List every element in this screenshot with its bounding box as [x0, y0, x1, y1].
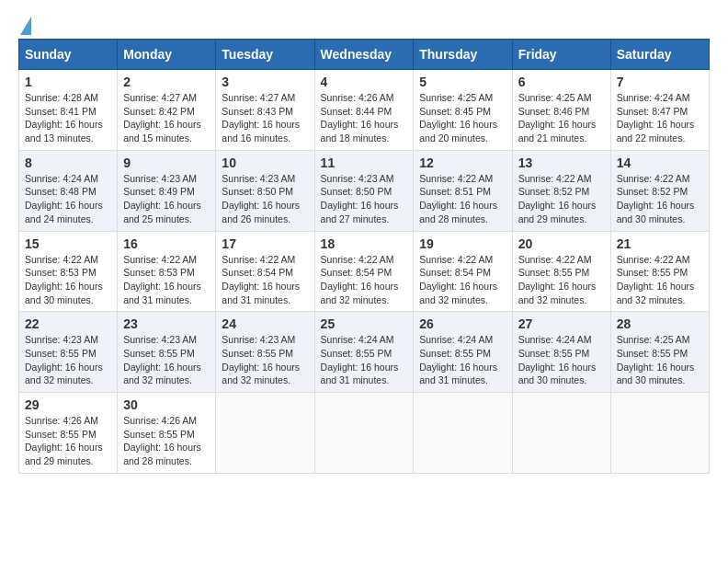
day-info: Sunrise: 4:28 AMSunset: 8:41 PMDaylight:…	[25, 92, 103, 144]
calendar-cell-day-20: 20 Sunrise: 4:22 AMSunset: 8:55 PMDaylig…	[512, 231, 610, 312]
day-info: Sunrise: 4:22 AMSunset: 8:55 PMDaylight:…	[518, 254, 597, 305]
calendar-header-friday: Friday	[512, 40, 610, 70]
calendar-cell-empty	[512, 393, 610, 474]
day-info: Sunrise: 4:27 AMSunset: 8:43 PMDaylight:…	[222, 92, 300, 144]
day-info: Sunrise: 4:26 AMSunset: 8:44 PMDaylight:…	[321, 92, 399, 144]
day-info: Sunrise: 4:22 AMSunset: 8:52 PMDaylight:…	[617, 173, 695, 224]
day-number: 16	[123, 236, 210, 251]
calendar-cell-day-26: 26 Sunrise: 4:24 AMSunset: 8:55 PMDaylig…	[414, 312, 512, 393]
day-number: 13	[518, 155, 605, 170]
calendar-row-week-1: 1 Sunrise: 4:28 AMSunset: 8:41 PMDayligh…	[19, 70, 710, 151]
day-number: 19	[419, 236, 506, 251]
day-number: 27	[518, 316, 605, 331]
day-info: Sunrise: 4:25 AMSunset: 8:55 PMDaylight:…	[617, 334, 695, 385]
day-number: 8	[25, 155, 111, 170]
day-info: Sunrise: 4:22 AMSunset: 8:52 PMDaylight:…	[518, 173, 597, 224]
day-info: Sunrise: 4:24 AMSunset: 8:55 PMDaylight:…	[419, 334, 497, 385]
calendar-cell-day-22: 22 Sunrise: 4:23 AMSunset: 8:55 PMDaylig…	[19, 312, 118, 393]
calendar-header-sunday: Sunday	[19, 40, 118, 70]
day-number: 23	[123, 316, 210, 331]
calendar-cell-day-4: 4 Sunrise: 4:26 AMSunset: 8:44 PMDayligh…	[314, 70, 414, 151]
day-number: 4	[321, 75, 408, 89]
day-number: 30	[123, 397, 210, 412]
day-info: Sunrise: 4:22 AMSunset: 8:51 PMDaylight:…	[419, 173, 497, 224]
calendar-cell-day-18: 18 Sunrise: 4:22 AMSunset: 8:54 PMDaylig…	[314, 231, 414, 312]
day-number: 17	[222, 236, 308, 251]
day-info: Sunrise: 4:26 AMSunset: 8:55 PMDaylight:…	[25, 415, 103, 466]
day-info: Sunrise: 4:22 AMSunset: 8:54 PMDaylight:…	[321, 254, 399, 305]
day-info: Sunrise: 4:27 AMSunset: 8:42 PMDaylight:…	[123, 92, 201, 144]
day-number: 14	[617, 155, 703, 170]
day-info: Sunrise: 4:24 AMSunset: 8:48 PMDaylight:…	[25, 173, 103, 224]
calendar-cell-day-9: 9 Sunrise: 4:23 AMSunset: 8:49 PMDayligh…	[118, 150, 216, 231]
day-number: 6	[518, 75, 605, 89]
calendar-cell-day-1: 1 Sunrise: 4:28 AMSunset: 8:41 PMDayligh…	[19, 70, 118, 151]
calendar-cell-day-15: 15 Sunrise: 4:22 AMSunset: 8:53 PMDaylig…	[19, 231, 118, 312]
calendar-cell-empty	[610, 393, 709, 474]
calendar-cell-day-12: 12 Sunrise: 4:22 AMSunset: 8:51 PMDaylig…	[414, 150, 512, 231]
calendar-header-monday: Monday	[118, 40, 216, 70]
day-number: 12	[419, 155, 506, 170]
day-number: 22	[25, 316, 111, 331]
day-number: 10	[222, 155, 308, 170]
calendar-cell-day-16: 16 Sunrise: 4:22 AMSunset: 8:53 PMDaylig…	[118, 231, 216, 312]
calendar-header-thursday: Thursday	[414, 40, 512, 70]
day-number: 11	[321, 155, 408, 170]
day-number: 28	[617, 316, 703, 331]
day-number: 24	[222, 316, 308, 331]
calendar-body: 1 Sunrise: 4:28 AMSunset: 8:41 PMDayligh…	[19, 70, 710, 474]
calendar-cell-empty	[314, 393, 414, 474]
calendar-cell-day-21: 21 Sunrise: 4:22 AMSunset: 8:55 PMDaylig…	[610, 231, 709, 312]
calendar-cell-day-17: 17 Sunrise: 4:22 AMSunset: 8:54 PMDaylig…	[216, 231, 314, 312]
day-number: 25	[321, 316, 408, 331]
header	[18, 18, 710, 29]
day-info: Sunrise: 4:23 AMSunset: 8:49 PMDaylight:…	[123, 173, 201, 224]
calendar-table: SundayMondayTuesdayWednesdayThursdayFrid…	[18, 39, 710, 474]
day-number: 3	[222, 75, 308, 89]
calendar-cell-day-6: 6 Sunrise: 4:25 AMSunset: 8:46 PMDayligh…	[512, 70, 610, 151]
calendar-cell-day-23: 23 Sunrise: 4:23 AMSunset: 8:55 PMDaylig…	[118, 312, 216, 393]
day-number: 15	[25, 236, 111, 251]
calendar-row-week-4: 22 Sunrise: 4:23 AMSunset: 8:55 PMDaylig…	[19, 312, 710, 393]
calendar-header-row: SundayMondayTuesdayWednesdayThursdayFrid…	[19, 40, 710, 70]
calendar-cell-day-10: 10 Sunrise: 4:23 AMSunset: 8:50 PMDaylig…	[216, 150, 314, 231]
calendar-cell-day-29: 29 Sunrise: 4:26 AMSunset: 8:55 PMDaylig…	[19, 393, 118, 474]
calendar-cell-day-8: 8 Sunrise: 4:24 AMSunset: 8:48 PMDayligh…	[19, 150, 118, 231]
calendar-cell-day-25: 25 Sunrise: 4:24 AMSunset: 8:55 PMDaylig…	[314, 312, 414, 393]
day-info: Sunrise: 4:26 AMSunset: 8:55 PMDaylight:…	[123, 415, 201, 466]
calendar-row-week-2: 8 Sunrise: 4:24 AMSunset: 8:48 PMDayligh…	[19, 150, 710, 231]
day-number: 26	[419, 316, 506, 331]
day-number: 9	[123, 155, 210, 170]
day-info: Sunrise: 4:22 AMSunset: 8:54 PMDaylight:…	[222, 254, 300, 305]
day-number: 5	[419, 75, 506, 89]
day-info: Sunrise: 4:24 AMSunset: 8:55 PMDaylight:…	[518, 334, 597, 385]
day-number: 21	[617, 236, 703, 251]
calendar-row-week-5: 29 Sunrise: 4:26 AMSunset: 8:55 PMDaylig…	[19, 393, 710, 474]
day-info: Sunrise: 4:23 AMSunset: 8:55 PMDaylight:…	[25, 334, 103, 385]
day-info: Sunrise: 4:22 AMSunset: 8:54 PMDaylight:…	[419, 254, 497, 305]
day-info: Sunrise: 4:23 AMSunset: 8:50 PMDaylight:…	[222, 173, 300, 224]
calendar-cell-day-27: 27 Sunrise: 4:24 AMSunset: 8:55 PMDaylig…	[512, 312, 610, 393]
calendar-cell-day-19: 19 Sunrise: 4:22 AMSunset: 8:54 PMDaylig…	[414, 231, 512, 312]
day-number: 20	[518, 236, 605, 251]
day-number: 1	[25, 75, 111, 89]
day-info: Sunrise: 4:25 AMSunset: 8:45 PMDaylight:…	[419, 92, 497, 144]
calendar-header-saturday: Saturday	[610, 40, 709, 70]
day-info: Sunrise: 4:22 AMSunset: 8:53 PMDaylight:…	[25, 254, 103, 305]
day-number: 18	[321, 236, 408, 251]
calendar-row-week-3: 15 Sunrise: 4:22 AMSunset: 8:53 PMDaylig…	[19, 231, 710, 312]
day-info: Sunrise: 4:24 AMSunset: 8:47 PMDaylight:…	[617, 92, 695, 144]
day-info: Sunrise: 4:22 AMSunset: 8:55 PMDaylight:…	[617, 254, 695, 305]
calendar-cell-day-28: 28 Sunrise: 4:25 AMSunset: 8:55 PMDaylig…	[610, 312, 709, 393]
day-number: 29	[25, 397, 111, 412]
calendar-cell-day-13: 13 Sunrise: 4:22 AMSunset: 8:52 PMDaylig…	[512, 150, 610, 231]
day-info: Sunrise: 4:23 AMSunset: 8:55 PMDaylight:…	[222, 334, 300, 385]
day-number: 7	[617, 75, 703, 89]
calendar-header-tuesday: Tuesday	[216, 40, 314, 70]
calendar-cell-day-5: 5 Sunrise: 4:25 AMSunset: 8:45 PMDayligh…	[414, 70, 512, 151]
calendar-header-wednesday: Wednesday	[314, 40, 414, 70]
calendar-cell-day-30: 30 Sunrise: 4:26 AMSunset: 8:55 PMDaylig…	[118, 393, 216, 474]
logo-triangle-icon	[20, 17, 31, 35]
calendar-cell-day-7: 7 Sunrise: 4:24 AMSunset: 8:47 PMDayligh…	[610, 70, 709, 151]
day-info: Sunrise: 4:25 AMSunset: 8:46 PMDaylight:…	[518, 92, 597, 144]
